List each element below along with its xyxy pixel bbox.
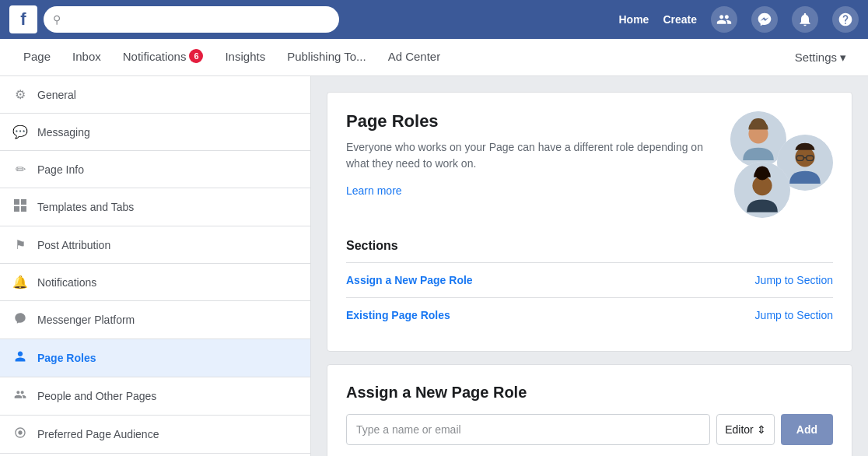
search-input[interactable] <box>65 13 330 26</box>
svg-rect-0 <box>14 199 19 205</box>
flag-icon: ⚑ <box>12 237 28 252</box>
home-nav-link[interactable]: Home <box>619 13 649 26</box>
grid-icon <box>12 199 28 215</box>
svg-rect-2 <box>14 206 19 212</box>
assign-role-row: Editor ⇕ Add <box>346 414 833 445</box>
nav-right: Home Create <box>619 6 859 33</box>
sidebar-item-messaging[interactable]: 💬 Messaging <box>0 114 310 151</box>
target-icon <box>12 426 28 442</box>
section-row-existing: Existing Page Roles Jump to Section <box>346 297 833 332</box>
sections-title: Sections <box>346 239 833 253</box>
assign-jump-link[interactable]: Jump to Section <box>755 274 833 286</box>
svg-rect-3 <box>21 206 26 212</box>
messenger-icon[interactable] <box>751 6 778 33</box>
people-icon[interactable] <box>711 6 737 33</box>
role-select-chevron: ⇕ <box>757 423 766 436</box>
tab-inbox[interactable]: Inbox <box>61 39 112 76</box>
gear-icon: ⚙ <box>12 87 28 102</box>
page-roles-title: Page Roles <box>346 111 709 132</box>
sidebar-item-page-roles[interactable]: Page Roles <box>0 339 310 377</box>
chevron-down-icon: ▾ <box>840 51 846 65</box>
assign-role-card: Assign a New Page Role Editor ⇕ Add <box>327 364 852 456</box>
tab-ad-center[interactable]: Ad Center <box>377 39 452 76</box>
sidebar-item-messenger-platform[interactable]: Messenger Platform <box>0 301 310 339</box>
page-roles-header: Page Roles Everyone who works on your Pa… <box>346 111 833 220</box>
person-icon <box>12 350 28 366</box>
sidebar-item-notifications[interactable]: 🔔 Notifications <box>0 264 310 301</box>
sections-container: Sections Assign a New Page Role Jump to … <box>346 239 833 332</box>
sidebar-item-people-other-pages[interactable]: People and Other Pages <box>0 377 310 416</box>
tab-notifications[interactable]: Notifications 6 <box>112 38 215 76</box>
notification-badge: 6 <box>189 49 203 63</box>
learn-more-link[interactable]: Learn more <box>346 184 402 197</box>
create-nav-link[interactable]: Create <box>663 13 697 26</box>
page-roles-card: Page Roles Everyone who works on your Pa… <box>327 92 852 352</box>
settings-tab[interactable]: Settings ▾ <box>786 40 856 75</box>
bell-icon[interactable] <box>792 6 818 33</box>
content-area: Page Roles Everyone who works on your Pa… <box>311 76 868 456</box>
sidebar: ⚙ General 💬 Messaging ✏ Page Info Templa… <box>0 76 311 456</box>
page-tab-bar: Page Inbox Notifications 6 Insights Publ… <box>0 39 868 76</box>
help-icon[interactable] <box>832 6 859 33</box>
main-content: ⚙ General 💬 Messaging ✏ Page Info Templa… <box>0 76 868 456</box>
tab-page[interactable]: Page <box>12 39 61 76</box>
page-roles-description: Everyone who works on your Page can have… <box>346 139 709 172</box>
avatar-3 <box>734 162 790 218</box>
page-roles-info: Page Roles Everyone who works on your Pa… <box>346 111 709 197</box>
sidebar-item-preferred-audience[interactable]: Preferred Page Audience <box>0 416 310 454</box>
pencil-icon: ✏ <box>12 162 28 177</box>
sidebar-item-general[interactable]: ⚙ General <box>0 76 310 114</box>
sidebar-item-post-attribution[interactable]: ⚑ Post Attribution <box>0 226 310 264</box>
assign-role-title: Assign a New Page Role <box>346 384 833 402</box>
tab-publishing[interactable]: Publishing To... <box>276 39 376 76</box>
section-row-assign: Assign a New Page Role Jump to Section <box>346 262 833 297</box>
facebook-logo[interactable]: f <box>9 5 37 33</box>
role-select-label: Editor <box>725 423 754 436</box>
search-icon: ⚲ <box>53 13 61 26</box>
role-select-dropdown[interactable]: Editor ⇕ <box>716 414 775 445</box>
assign-page-role-link[interactable]: Assign a New Page Role <box>346 274 473 286</box>
bell-sidebar-icon: 🔔 <box>12 275 28 289</box>
top-navigation: f ⚲ Home Create <box>0 0 868 39</box>
people-sidebar-icon <box>12 388 28 404</box>
page-roles-avatars <box>709 111 833 220</box>
svg-rect-1 <box>21 199 26 205</box>
svg-point-7 <box>795 147 814 167</box>
sidebar-item-page-info[interactable]: ✏ Page Info <box>0 151 310 188</box>
existing-jump-link[interactable]: Jump to Section <box>755 309 833 321</box>
add-role-button[interactable]: Add <box>781 414 833 445</box>
existing-page-roles-link[interactable]: Existing Page Roles <box>346 309 450 321</box>
assign-role-input[interactable] <box>346 414 710 445</box>
messenger-sidebar-icon <box>12 312 28 328</box>
sidebar-item-templates[interactable]: Templates and Tabs <box>0 188 310 226</box>
speech-icon: 💬 <box>12 125 28 139</box>
tab-insights[interactable]: Insights <box>214 39 276 76</box>
search-bar[interactable]: ⚲ <box>44 6 339 33</box>
